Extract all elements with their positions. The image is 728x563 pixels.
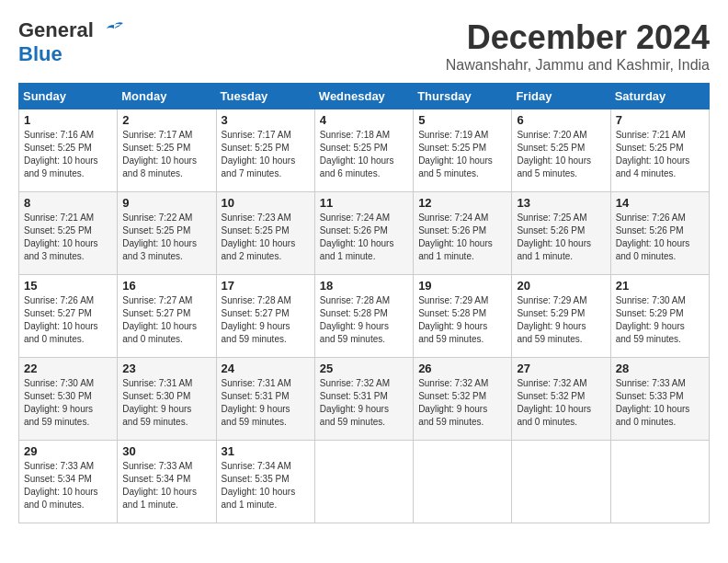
calendar-header-thursday: Thursday bbox=[414, 84, 512, 109]
day-number: 22 bbox=[24, 362, 112, 375]
day-info: Sunrise: 7:34 AM Sunset: 5:35 PM Dayligh… bbox=[222, 460, 310, 511]
day-number: 18 bbox=[320, 279, 408, 293]
day-number: 12 bbox=[418, 196, 506, 210]
day-info: Sunrise: 7:28 AM Sunset: 5:28 PM Dayligh… bbox=[320, 294, 408, 346]
calendar-week-row: 29Sunrise: 7:33 AM Sunset: 5:34 PM Dayli… bbox=[19, 441, 710, 523]
day-number: 6 bbox=[517, 113, 605, 127]
calendar-cell: 7Sunrise: 7:21 AM Sunset: 5:25 PM Daylig… bbox=[610, 109, 709, 192]
day-info: Sunrise: 7:17 AM Sunset: 5:25 PM Dayligh… bbox=[122, 129, 210, 180]
day-number: 25 bbox=[320, 362, 408, 375]
calendar-cell: 19Sunrise: 7:29 AM Sunset: 5:28 PM Dayli… bbox=[414, 275, 512, 358]
calendar-header-friday: Friday bbox=[512, 84, 610, 109]
day-info: Sunrise: 7:24 AM Sunset: 5:26 PM Dayligh… bbox=[320, 212, 408, 263]
day-info: Sunrise: 7:21 AM Sunset: 5:25 PM Dayligh… bbox=[616, 129, 704, 180]
day-number: 21 bbox=[616, 279, 704, 293]
calendar-cell: 8Sunrise: 7:21 AM Sunset: 5:25 PM Daylig… bbox=[19, 192, 118, 275]
day-number: 24 bbox=[222, 362, 310, 375]
day-number: 7 bbox=[616, 113, 704, 127]
calendar-cell bbox=[414, 441, 512, 523]
calendar-cell: 2Sunrise: 7:17 AM Sunset: 5:25 PM Daylig… bbox=[118, 109, 216, 192]
logo-text: General bbox=[18, 18, 127, 42]
calendar-cell bbox=[314, 441, 413, 523]
calendar-cell: 1Sunrise: 7:16 AM Sunset: 5:25 PM Daylig… bbox=[19, 109, 118, 192]
day-number: 5 bbox=[418, 113, 506, 127]
day-number: 27 bbox=[517, 362, 605, 375]
calendar-cell: 13Sunrise: 7:25 AM Sunset: 5:26 PM Dayli… bbox=[512, 192, 610, 275]
day-info: Sunrise: 7:28 AM Sunset: 5:27 PM Dayligh… bbox=[222, 294, 310, 346]
day-info: Sunrise: 7:20 AM Sunset: 5:25 PM Dayligh… bbox=[517, 129, 605, 180]
day-number: 20 bbox=[517, 279, 605, 293]
day-number: 11 bbox=[320, 196, 408, 210]
day-info: Sunrise: 7:33 AM Sunset: 5:34 PM Dayligh… bbox=[122, 460, 210, 511]
calendar-cell: 11Sunrise: 7:24 AM Sunset: 5:26 PM Dayli… bbox=[314, 192, 413, 275]
calendar-cell: 21Sunrise: 7:30 AM Sunset: 5:29 PM Dayli… bbox=[610, 275, 709, 358]
logo-blue-text: Blue bbox=[18, 42, 63, 65]
day-info: Sunrise: 7:24 AM Sunset: 5:26 PM Dayligh… bbox=[418, 212, 506, 263]
day-info: Sunrise: 7:31 AM Sunset: 5:30 PM Dayligh… bbox=[122, 377, 210, 429]
day-info: Sunrise: 7:32 AM Sunset: 5:32 PM Dayligh… bbox=[517, 377, 605, 429]
day-info: Sunrise: 7:18 AM Sunset: 5:25 PM Dayligh… bbox=[320, 129, 408, 180]
day-info: Sunrise: 7:25 AM Sunset: 5:26 PM Dayligh… bbox=[517, 212, 605, 263]
calendar-cell: 6Sunrise: 7:20 AM Sunset: 5:25 PM Daylig… bbox=[512, 109, 610, 192]
calendar-week-row: 1Sunrise: 7:16 AM Sunset: 5:25 PM Daylig… bbox=[19, 109, 710, 192]
calendar-week-row: 22Sunrise: 7:30 AM Sunset: 5:30 PM Dayli… bbox=[19, 358, 710, 441]
day-info: Sunrise: 7:32 AM Sunset: 5:32 PM Dayligh… bbox=[418, 377, 506, 429]
calendar-cell: 31Sunrise: 7:34 AM Sunset: 5:35 PM Dayli… bbox=[216, 441, 314, 523]
day-info: Sunrise: 7:22 AM Sunset: 5:25 PM Dayligh… bbox=[122, 212, 210, 263]
calendar-cell: 14Sunrise: 7:26 AM Sunset: 5:26 PM Dayli… bbox=[610, 192, 709, 275]
calendar-header-tuesday: Tuesday bbox=[216, 84, 314, 109]
day-info: Sunrise: 7:31 AM Sunset: 5:31 PM Dayligh… bbox=[222, 377, 310, 429]
calendar-cell: 25Sunrise: 7:32 AM Sunset: 5:31 PM Dayli… bbox=[314, 358, 413, 441]
calendar-week-row: 8Sunrise: 7:21 AM Sunset: 5:25 PM Daylig… bbox=[19, 192, 710, 275]
day-info: Sunrise: 7:21 AM Sunset: 5:25 PM Dayligh… bbox=[24, 212, 112, 263]
calendar-cell bbox=[610, 441, 709, 523]
calendar-header-row: SundayMondayTuesdayWednesdayThursdayFrid… bbox=[19, 84, 710, 109]
logo-bird-icon bbox=[101, 21, 127, 41]
calendar-cell: 22Sunrise: 7:30 AM Sunset: 5:30 PM Dayli… bbox=[19, 358, 118, 441]
day-number: 26 bbox=[418, 362, 506, 375]
day-info: Sunrise: 7:29 AM Sunset: 5:28 PM Dayligh… bbox=[418, 294, 506, 346]
day-info: Sunrise: 7:26 AM Sunset: 5:26 PM Dayligh… bbox=[616, 212, 704, 263]
calendar-cell: 30Sunrise: 7:33 AM Sunset: 5:34 PM Dayli… bbox=[118, 441, 216, 523]
calendar-cell: 5Sunrise: 7:19 AM Sunset: 5:25 PM Daylig… bbox=[414, 109, 512, 192]
day-info: Sunrise: 7:27 AM Sunset: 5:27 PM Dayligh… bbox=[122, 294, 210, 346]
calendar-header-sunday: Sunday bbox=[19, 84, 118, 109]
calendar-table: SundayMondayTuesdayWednesdayThursdayFrid… bbox=[18, 83, 710, 523]
calendar-body: 1Sunrise: 7:16 AM Sunset: 5:25 PM Daylig… bbox=[19, 109, 710, 523]
day-number: 15 bbox=[24, 279, 112, 293]
calendar-cell: 18Sunrise: 7:28 AM Sunset: 5:28 PM Dayli… bbox=[314, 275, 413, 358]
day-number: 30 bbox=[122, 444, 210, 458]
page-header: General Blue December 2024 Nawanshahr, J… bbox=[18, 18, 710, 74]
day-number: 17 bbox=[222, 279, 310, 293]
day-number: 3 bbox=[222, 113, 310, 127]
calendar-header-saturday: Saturday bbox=[610, 84, 709, 109]
calendar-cell: 24Sunrise: 7:31 AM Sunset: 5:31 PM Dayli… bbox=[216, 358, 314, 441]
day-info: Sunrise: 7:19 AM Sunset: 5:25 PM Dayligh… bbox=[418, 129, 506, 180]
day-info: Sunrise: 7:29 AM Sunset: 5:29 PM Dayligh… bbox=[517, 294, 605, 346]
day-info: Sunrise: 7:17 AM Sunset: 5:25 PM Dayligh… bbox=[222, 129, 310, 180]
day-info: Sunrise: 7:16 AM Sunset: 5:25 PM Dayligh… bbox=[24, 129, 112, 180]
day-info: Sunrise: 7:32 AM Sunset: 5:31 PM Dayligh… bbox=[320, 377, 408, 429]
month-title: December 2024 bbox=[446, 18, 710, 57]
day-info: Sunrise: 7:30 AM Sunset: 5:30 PM Dayligh… bbox=[24, 377, 112, 429]
day-number: 16 bbox=[122, 279, 210, 293]
calendar-cell: 29Sunrise: 7:33 AM Sunset: 5:34 PM Dayli… bbox=[19, 441, 118, 523]
calendar-cell: 16Sunrise: 7:27 AM Sunset: 5:27 PM Dayli… bbox=[118, 275, 216, 358]
logo: General Blue bbox=[18, 18, 127, 66]
day-number: 2 bbox=[122, 113, 210, 127]
calendar-cell: 17Sunrise: 7:28 AM Sunset: 5:27 PM Dayli… bbox=[216, 275, 314, 358]
day-number: 9 bbox=[122, 196, 210, 210]
calendar-cell: 12Sunrise: 7:24 AM Sunset: 5:26 PM Dayli… bbox=[414, 192, 512, 275]
title-area: December 2024 Nawanshahr, Jammu and Kash… bbox=[446, 18, 710, 74]
calendar-cell: 15Sunrise: 7:26 AM Sunset: 5:27 PM Dayli… bbox=[19, 275, 118, 358]
calendar-cell: 23Sunrise: 7:31 AM Sunset: 5:30 PM Dayli… bbox=[118, 358, 216, 441]
day-number: 8 bbox=[24, 196, 112, 210]
location-title: Nawanshahr, Jammu and Kashmir, India bbox=[446, 57, 710, 74]
day-number: 29 bbox=[24, 444, 112, 458]
calendar-cell: 9Sunrise: 7:22 AM Sunset: 5:25 PM Daylig… bbox=[118, 192, 216, 275]
calendar-cell: 10Sunrise: 7:23 AM Sunset: 5:25 PM Dayli… bbox=[216, 192, 314, 275]
day-number: 31 bbox=[222, 444, 310, 458]
calendar-cell: 4Sunrise: 7:18 AM Sunset: 5:25 PM Daylig… bbox=[314, 109, 413, 192]
calendar-cell: 27Sunrise: 7:32 AM Sunset: 5:32 PM Dayli… bbox=[512, 358, 610, 441]
day-number: 14 bbox=[616, 196, 704, 210]
